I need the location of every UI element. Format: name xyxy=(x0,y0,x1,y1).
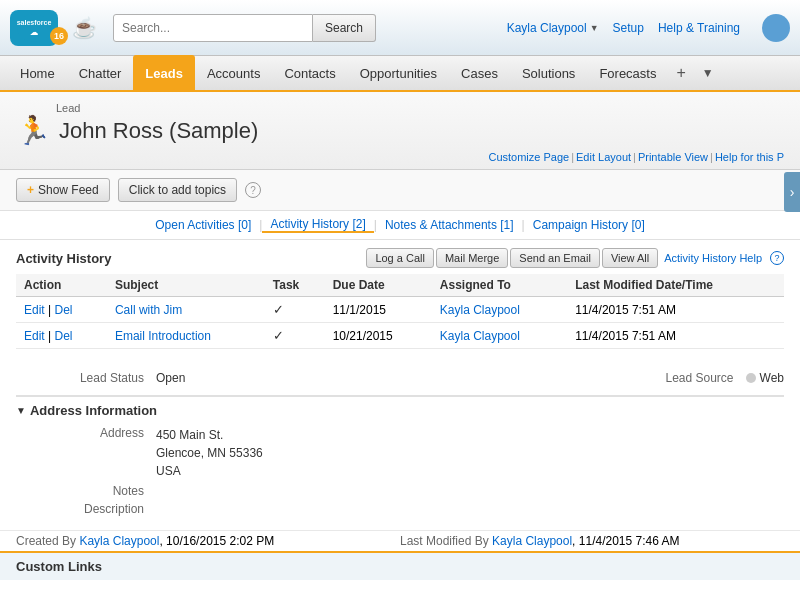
lead-icon: 🏃 xyxy=(16,114,51,147)
source-label: Lead Source xyxy=(606,371,746,385)
modified-by-value: Kayla Claypool, 11/4/2015 7:46 AM xyxy=(492,534,679,548)
row1-last-modified: 11/4/2015 7:51 AM xyxy=(567,297,784,323)
modified-by-section: Last Modified By Kayla Claypool, 11/4/20… xyxy=(400,534,784,548)
header-links: Kayla Claypool ▼ Setup Help & Training xyxy=(507,14,790,42)
row2-assigned-link[interactable]: Kayla Claypool xyxy=(440,329,520,343)
address-section: ▼ Address Information Address 450 Main S… xyxy=(0,395,800,526)
modified-by-link[interactable]: Kayla Claypool xyxy=(492,534,572,548)
svg-text:☁: ☁ xyxy=(30,28,38,37)
lead-info-status: Lead Status Open Lead Source Web xyxy=(16,369,784,387)
edit-layout-link[interactable]: Edit Layout xyxy=(576,151,631,163)
nav-home[interactable]: Home xyxy=(8,55,67,91)
row1-assigned: Kayla Claypool xyxy=(432,297,567,323)
nav-cases[interactable]: Cases xyxy=(449,55,510,91)
address-title-text: Address Information xyxy=(30,403,157,418)
activity-section-title: Activity History xyxy=(16,251,111,266)
nav-forecasts[interactable]: Forecasts xyxy=(587,55,668,91)
activity-section-header: Activity History Log a Call Mail Merge S… xyxy=(16,240,784,274)
search-button[interactable]: Search xyxy=(313,14,376,42)
row2-due-date: 10/21/2015 xyxy=(325,323,432,349)
plus-icon: + xyxy=(27,183,34,197)
printable-view-link[interactable]: Printable View xyxy=(638,151,708,163)
activity-action-buttons: Log a Call Mail Merge Send an Email View… xyxy=(366,248,658,268)
customize-page-link[interactable]: Customize Page xyxy=(488,151,569,163)
user-dropdown-arrow: ▼ xyxy=(590,23,599,33)
help-question-icon[interactable]: ? xyxy=(770,251,784,265)
modified-by-label: Last Modified By xyxy=(400,534,489,548)
row2-del-link[interactable]: Del xyxy=(54,329,72,343)
activity-history-section: Activity History Log a Call Mail Merge S… xyxy=(0,240,800,361)
app-header: salesforce ☁ 16 ☕ Search Kayla Claypool … xyxy=(0,0,800,56)
row2-edit-link[interactable]: Edit xyxy=(24,329,45,343)
custom-links-section: Custom Links xyxy=(0,551,800,580)
show-feed-button[interactable]: + Show Feed xyxy=(16,178,110,202)
row2-assigned: Kayla Claypool xyxy=(432,323,567,349)
lead-source-dot xyxy=(746,373,756,383)
row1-subject: Call with Jim xyxy=(107,297,265,323)
collapse-triangle-icon[interactable]: ▼ xyxy=(16,405,26,416)
nav-solutions[interactable]: Solutions xyxy=(510,55,587,91)
help-page-link[interactable]: Help for this P xyxy=(715,151,784,163)
lead-title: John Ross (Sample) xyxy=(59,118,258,144)
lead-actions-row: Customize Page | Edit Layout | Printable… xyxy=(16,151,784,163)
view-all-button[interactable]: View All xyxy=(602,248,658,268)
mail-merge-button[interactable]: Mail Merge xyxy=(436,248,508,268)
tab-campaign-history[interactable]: Campaign History [0] xyxy=(525,218,653,232)
activity-help-link[interactable]: Activity History Help xyxy=(664,252,762,264)
lead-title-row: 🏃 John Ross (Sample) xyxy=(16,114,784,147)
nav-contacts[interactable]: Contacts xyxy=(272,55,347,91)
modified-date: 11/4/2015 7:46 AM xyxy=(579,534,680,548)
row1-edit-link[interactable]: Edit xyxy=(24,303,45,317)
row1-subject-link[interactable]: Call with Jim xyxy=(115,303,182,317)
tab-activity-history[interactable]: Activity History [2] xyxy=(262,217,373,233)
send-email-button[interactable]: Send an Email xyxy=(510,248,600,268)
show-feed-label: Show Feed xyxy=(38,183,99,197)
help-link[interactable]: Help & Training xyxy=(658,21,740,35)
row1-actions: Edit | Del xyxy=(16,297,107,323)
user-menu[interactable]: Kayla Claypool ▼ xyxy=(507,21,599,35)
nav-more-dropdown[interactable]: ▼ xyxy=(694,60,722,86)
col-task: Task xyxy=(265,274,325,297)
navigation-bar: Home Chatter Leads Accounts Contacts Opp… xyxy=(0,56,800,92)
status-label: Lead Status xyxy=(16,371,156,385)
created-by-link[interactable]: Kayla Claypool xyxy=(79,534,159,548)
profile-avatar xyxy=(762,14,790,42)
setup-link[interactable]: Setup xyxy=(613,21,644,35)
info-icon[interactable]: ? xyxy=(245,182,261,198)
description-label: Description xyxy=(16,502,156,516)
tab-open-activities[interactable]: Open Activities [0] xyxy=(147,218,259,232)
search-input[interactable] xyxy=(113,14,313,42)
source-value: Web xyxy=(760,371,784,385)
user-name: Kayla Claypool xyxy=(507,21,587,35)
col-due-date: Due Date xyxy=(325,274,432,297)
row2-task: ✓ xyxy=(265,323,325,349)
col-action: Action xyxy=(16,274,107,297)
col-assigned-to: Assigned To xyxy=(432,274,567,297)
row2-last-modified: 11/4/2015 7:51 AM xyxy=(567,323,784,349)
row1-assigned-link[interactable]: Kayla Claypool xyxy=(440,303,520,317)
row2-subject: Email Introduction xyxy=(107,323,265,349)
col-subject: Subject xyxy=(107,274,265,297)
coffee-icon: ☕ xyxy=(72,16,97,40)
nav-accounts[interactable]: Accounts xyxy=(195,55,272,91)
col-last-modified: Last Modified Date/Time xyxy=(567,274,784,297)
row1-del-link[interactable]: Del xyxy=(54,303,72,317)
nav-opportunities[interactable]: Opportunities xyxy=(348,55,449,91)
notes-label: Notes xyxy=(16,484,156,498)
collapse-sidebar-tab[interactable]: › xyxy=(784,172,800,212)
nav-leads[interactable]: Leads xyxy=(133,55,195,91)
address-line3: USA xyxy=(156,464,181,478)
table-row: Edit | Del Email Introduction ✓ 10/21/20… xyxy=(16,323,784,349)
nav-add-button[interactable]: + xyxy=(668,58,693,88)
nav-chatter[interactable]: Chatter xyxy=(67,55,134,91)
feed-row: + Show Feed Click to add topics ? xyxy=(0,170,800,211)
created-by-section: Created By Kayla Claypool, 10/16/2015 2:… xyxy=(16,534,400,548)
log-call-button[interactable]: Log a Call xyxy=(366,248,434,268)
description-row: Description xyxy=(16,500,784,518)
add-topics-button[interactable]: Click to add topics xyxy=(118,178,237,202)
tab-notes-attachments[interactable]: Notes & Attachments [1] xyxy=(377,218,522,232)
custom-links-title: Custom Links xyxy=(16,559,102,574)
row2-actions: Edit | Del xyxy=(16,323,107,349)
address-label: Address xyxy=(16,426,156,480)
row2-subject-link[interactable]: Email Introduction xyxy=(115,329,211,343)
